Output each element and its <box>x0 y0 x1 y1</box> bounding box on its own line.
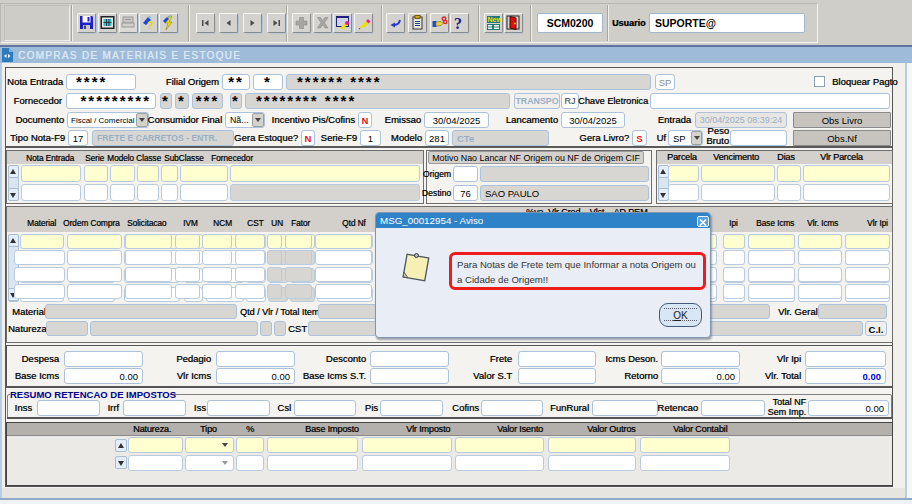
svg-text:New: New <box>488 16 503 23</box>
svg-text:?: ? <box>147 19 154 31</box>
svg-text:?: ? <box>454 15 462 32</box>
